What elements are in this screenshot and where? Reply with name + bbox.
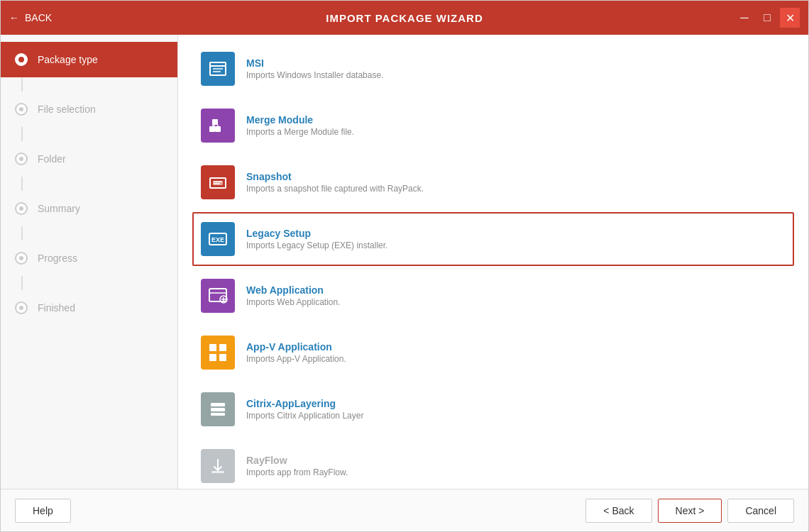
svg-rect-22 bbox=[209, 354, 216, 361]
package-info-msi: MSIImports Windows Installer database. bbox=[246, 57, 383, 80]
package-name-web-application: Web Application bbox=[246, 284, 341, 296]
package-icon-citrix bbox=[201, 392, 235, 426]
sidebar: Package type File selection Folder Summa… bbox=[1, 35, 178, 489]
package-icon-rayflow bbox=[201, 449, 235, 483]
step-connector bbox=[21, 77, 23, 92]
step-dot-progress bbox=[15, 252, 28, 265]
maximize-button[interactable]: □ bbox=[757, 8, 777, 28]
package-icon-msi bbox=[201, 52, 235, 86]
package-item-merge-module[interactable]: Merge ModuleImports a Merge Module file. bbox=[192, 99, 794, 153]
package-icon-snapshot bbox=[201, 165, 235, 199]
cancel-button[interactable]: Cancel bbox=[727, 499, 794, 523]
package-item-citrix[interactable]: Citrix-AppLayeringImports Citrix Applica… bbox=[192, 382, 794, 436]
package-desc-appv: Imports App-V Application. bbox=[246, 354, 346, 364]
package-name-appv: App-V Application bbox=[246, 341, 346, 353]
package-info-legacy-setup: Legacy SetupImports Legacy Setup (EXE) i… bbox=[246, 228, 387, 250]
step-dot-finished bbox=[15, 301, 28, 314]
footer-right: < Back Next > Cancel bbox=[585, 499, 794, 523]
svg-line-7 bbox=[212, 125, 215, 126]
package-desc-rayflow: Imports app from RayFlow. bbox=[246, 467, 348, 477]
footer: Help < Back Next > Cancel bbox=[1, 489, 808, 531]
package-item-appv[interactable]: App-V ApplicationImports App-V Applicati… bbox=[192, 326, 794, 379]
package-info-appv: App-V ApplicationImports App-V Applicati… bbox=[246, 341, 346, 364]
step-connector bbox=[21, 127, 23, 141]
step-dot-package-type bbox=[15, 53, 28, 66]
package-desc-snapshot: Imports a snapshot file captured with Ra… bbox=[246, 184, 424, 194]
package-icon-web-application bbox=[201, 279, 235, 313]
step-label-summary: Summary bbox=[38, 203, 80, 214]
package-desc-msi: Imports Windows Installer database. bbox=[246, 70, 383, 80]
package-name-legacy-setup: Legacy Setup bbox=[246, 228, 387, 239]
step-connector bbox=[21, 276, 23, 290]
package-info-citrix: Citrix-AppLayeringImports Citrix Applica… bbox=[246, 398, 363, 421]
sidebar-step-package-type[interactable]: Package type bbox=[1, 42, 177, 77]
back-button[interactable]: ← BACK bbox=[9, 12, 52, 23]
step-label-file-selection: File selection bbox=[38, 104, 96, 115]
window-controls: ─ □ ✕ bbox=[734, 8, 800, 28]
svg-rect-20 bbox=[209, 344, 216, 351]
package-desc-citrix: Imports Citrix Application Layer bbox=[246, 411, 363, 421]
step-label-folder: Folder bbox=[38, 153, 66, 165]
package-name-msi: MSI bbox=[246, 57, 383, 69]
package-item-snapshot[interactable]: SnapshotImports a snapshot file captured… bbox=[192, 155, 794, 209]
svg-rect-25 bbox=[211, 408, 225, 411]
svg-rect-6 bbox=[212, 119, 218, 125]
package-item-rayflow[interactable]: RayFlowImports app from RayFlow. bbox=[192, 439, 794, 489]
step-dot-file-selection bbox=[15, 103, 28, 116]
svg-rect-21 bbox=[219, 344, 226, 351]
titlebar: ← BACK IMPORT PACKAGE WIZARD ─ □ ✕ bbox=[1, 1, 808, 35]
svg-rect-23 bbox=[219, 354, 226, 361]
package-info-rayflow: RayFlowImports app from RayFlow. bbox=[246, 455, 348, 477]
package-name-snapshot: Snapshot bbox=[246, 171, 424, 182]
package-item-web-application[interactable]: Web ApplicationImports Web Application. bbox=[192, 269, 794, 323]
close-button[interactable]: ✕ bbox=[780, 8, 800, 28]
step-connector bbox=[21, 226, 23, 240]
main-content: Package type File selection Folder Summa… bbox=[1, 35, 808, 489]
svg-rect-27 bbox=[211, 471, 224, 473]
step-dot-summary bbox=[15, 202, 28, 215]
package-icon-merge-module bbox=[201, 109, 235, 143]
step-dot-folder bbox=[15, 153, 28, 165]
help-button[interactable]: Help bbox=[15, 499, 71, 523]
package-item-msi[interactable]: MSIImports Windows Installer database. bbox=[192, 42, 794, 96]
step-label-finished: Finished bbox=[38, 302, 75, 314]
package-desc-web-application: Imports Web Application. bbox=[246, 297, 341, 307]
step-label-progress: Progress bbox=[38, 253, 77, 264]
svg-rect-26 bbox=[211, 413, 225, 416]
step-label-package-type: Package type bbox=[38, 54, 98, 65]
package-icon-appv bbox=[201, 336, 235, 370]
package-list: MSIImports Windows Installer database.Me… bbox=[178, 35, 808, 489]
back-footer-button[interactable]: < Back bbox=[585, 499, 651, 523]
sidebar-step-summary[interactable]: Summary bbox=[1, 191, 177, 226]
package-desc-legacy-setup: Imports Legacy Setup (EXE) installer. bbox=[246, 240, 387, 250]
package-name-citrix: Citrix-AppLayering bbox=[246, 398, 363, 409]
footer-left: Help bbox=[15, 499, 71, 523]
package-item-legacy-setup[interactable]: EXELegacy SetupImports Legacy Setup (EXE… bbox=[192, 212, 794, 266]
main-window: ← BACK IMPORT PACKAGE WIZARD ─ □ ✕ Packa… bbox=[0, 0, 809, 532]
sidebar-step-progress[interactable]: Progress bbox=[1, 240, 177, 276]
step-connector bbox=[21, 177, 23, 191]
back-arrow-icon: ← bbox=[9, 12, 19, 23]
sidebar-step-finished[interactable]: Finished bbox=[1, 290, 177, 326]
sidebar-step-folder[interactable]: Folder bbox=[1, 141, 177, 177]
minimize-button[interactable]: ─ bbox=[734, 8, 754, 28]
package-name-merge-module: Merge Module bbox=[246, 114, 354, 126]
window-title: IMPORT PACKAGE WIZARD bbox=[326, 12, 483, 24]
back-label: BACK bbox=[25, 12, 52, 23]
svg-text:EXE: EXE bbox=[211, 236, 224, 243]
package-info-merge-module: Merge ModuleImports a Merge Module file. bbox=[246, 114, 354, 137]
package-desc-merge-module: Imports a Merge Module file. bbox=[246, 127, 354, 137]
svg-rect-5 bbox=[215, 126, 221, 132]
svg-rect-4 bbox=[209, 126, 215, 132]
package-name-rayflow: RayFlow bbox=[246, 455, 348, 466]
svg-rect-24 bbox=[211, 403, 225, 406]
package-info-web-application: Web ApplicationImports Web Application. bbox=[246, 284, 341, 307]
package-icon-legacy-setup: EXE bbox=[201, 222, 235, 256]
package-info-snapshot: SnapshotImports a snapshot file captured… bbox=[246, 171, 424, 194]
sidebar-step-file-selection[interactable]: File selection bbox=[1, 92, 177, 127]
next-button[interactable]: Next > bbox=[658, 499, 722, 523]
